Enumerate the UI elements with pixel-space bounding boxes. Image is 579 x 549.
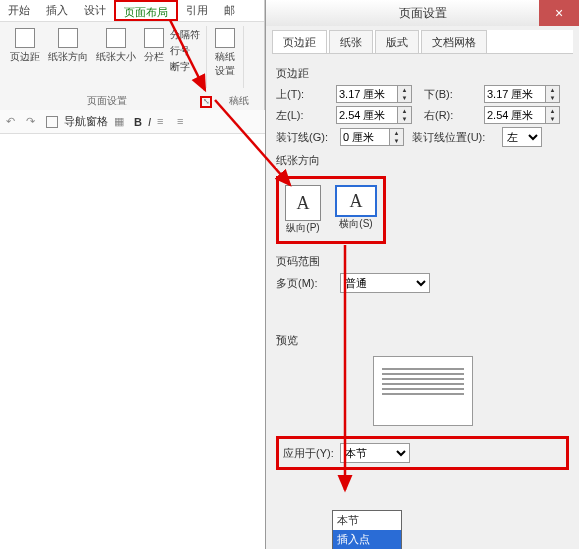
manuscript-button[interactable]: 稿纸 设置: [211, 26, 239, 80]
undo-icon[interactable]: ↶: [6, 115, 20, 129]
gutter-pos-select[interactable]: 左: [502, 127, 542, 147]
dlg-tab-margins[interactable]: 页边距: [272, 30, 327, 53]
apply-to-highlight-box: 应用于(Y): 本节: [276, 436, 569, 470]
bottom-label: 下(B):: [424, 87, 480, 102]
page-setup-dialog: 页面设置 × 页边距 纸张 版式 文档网格 页边距 上(T): ▲▼ 下(B):…: [265, 0, 579, 549]
preview-box: [373, 356, 473, 426]
tab-page-layout[interactable]: 页面布局: [114, 0, 178, 21]
orientation-highlight-box: A 纵向(P) A 横向(S): [276, 176, 386, 244]
margins-icon: [15, 28, 35, 48]
tab-references[interactable]: 引用: [178, 0, 216, 21]
gutter-label: 装订线(G):: [276, 130, 336, 145]
apply-to-select[interactable]: 本节: [340, 443, 410, 463]
orientation-section-label: 纸张方向: [276, 153, 569, 168]
tab-insert[interactable]: 插入: [38, 0, 76, 21]
portrait-option[interactable]: A 纵向(P): [285, 185, 321, 235]
ribbon-tabs: 开始 插入 设计 页面布局 引用 邮: [0, 0, 264, 22]
apply-to-dropdown-list[interactable]: 本节 插入点: [332, 510, 402, 549]
page-setup-group-label: 页面设置: [87, 95, 127, 106]
multi-pages-label: 多页(M):: [276, 276, 336, 291]
line-numbers-button[interactable]: 行号: [170, 44, 200, 58]
right-input[interactable]: [484, 106, 546, 124]
columns-button[interactable]: 分栏: [140, 26, 168, 66]
landscape-icon: A: [335, 185, 377, 217]
dlg-tab-grid[interactable]: 文档网格: [421, 30, 487, 53]
page-setup-launcher[interactable]: ⤡: [200, 96, 212, 108]
size-button[interactable]: 纸张大小: [92, 26, 140, 66]
bold-button[interactable]: B: [134, 116, 142, 128]
dialog-title: 页面设置: [399, 5, 447, 22]
right-label: 右(R):: [424, 108, 480, 123]
hyphenation-button[interactable]: 断字: [170, 60, 200, 74]
table-icon[interactable]: ▦: [114, 115, 128, 129]
tab-mailings[interactable]: 邮: [216, 0, 243, 21]
align-left-icon[interactable]: ≡: [157, 115, 171, 129]
manuscript-icon: [215, 28, 235, 48]
portrait-icon: A: [285, 185, 321, 221]
manuscript-group-label: 稿纸: [214, 92, 264, 110]
top-label: 上(T):: [276, 87, 332, 102]
orientation-button[interactable]: 纸张方向: [44, 26, 92, 66]
margins-button[interactable]: 页边距: [6, 26, 44, 66]
close-button[interactable]: ×: [539, 0, 579, 26]
preview-section-label: 预览: [276, 333, 569, 348]
size-icon: [106, 28, 126, 48]
margins-section-label: 页边距: [276, 66, 569, 81]
apply-to-label: 应用于(Y):: [283, 446, 334, 461]
top-down[interactable]: ▼: [398, 94, 411, 102]
orientation-icon: [58, 28, 78, 48]
breaks-button[interactable]: 分隔符: [170, 28, 200, 42]
columns-icon: [144, 28, 164, 48]
document-area[interactable]: [0, 134, 265, 549]
top-input[interactable]: [336, 85, 398, 103]
quick-toolbar: ↶ ↷ 导航窗格 ▦ B I ≡ ≡: [0, 110, 265, 134]
landscape-option[interactable]: A 横向(S): [335, 185, 377, 235]
align-center-icon[interactable]: ≡: [177, 115, 191, 129]
dlg-tab-layout[interactable]: 版式: [375, 30, 419, 53]
bottom-input[interactable]: [484, 85, 546, 103]
dlg-tab-paper[interactable]: 纸张: [329, 30, 373, 53]
left-label: 左(L):: [276, 108, 332, 123]
redo-icon[interactable]: ↷: [26, 115, 40, 129]
gutter-pos-label: 装订线位置(U):: [412, 130, 498, 145]
nav-pane-checkbox[interactable]: [46, 116, 58, 128]
left-input[interactable]: [336, 106, 398, 124]
tab-design[interactable]: 设计: [76, 0, 114, 21]
apply-option-insertion-point[interactable]: 插入点: [333, 530, 401, 549]
apply-option-this-section[interactable]: 本节: [333, 511, 401, 530]
tab-home[interactable]: 开始: [0, 0, 38, 21]
multi-pages-select[interactable]: 普通: [340, 273, 430, 293]
top-up[interactable]: ▲: [398, 86, 411, 94]
italic-button[interactable]: I: [148, 116, 151, 128]
gutter-input[interactable]: [340, 128, 390, 146]
pages-section-label: 页码范围: [276, 254, 569, 269]
nav-pane-label: 导航窗格: [64, 114, 108, 129]
